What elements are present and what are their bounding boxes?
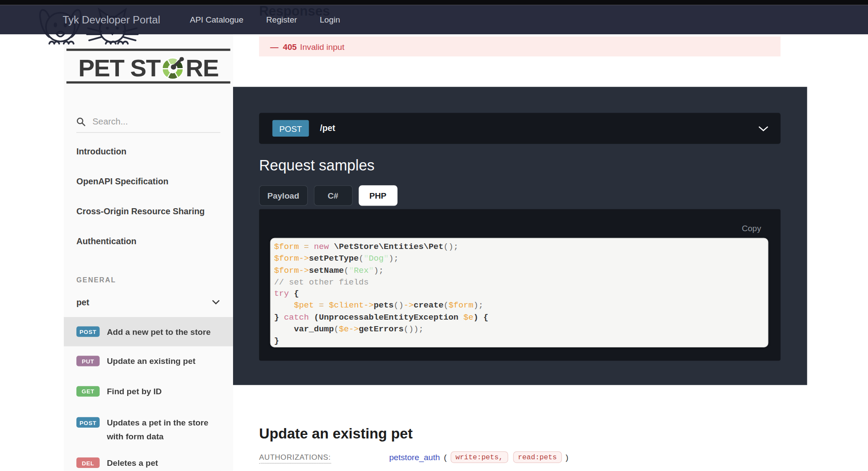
endpoint-label: Deletes a pet <box>107 456 158 470</box>
search-input[interactable] <box>91 116 204 128</box>
sidebar-endpoints: POSTAdd a new pet to the storePUTUpdate … <box>64 317 233 471</box>
tab-payload[interactable]: Payload <box>259 185 308 206</box>
tab-php[interactable]: PHP <box>358 185 397 206</box>
chevron-down-icon <box>758 126 768 132</box>
auth-scope-badge-write-pets: write:pets, <box>450 451 508 463</box>
code-line: $pet = $client->pets()->create($form); <box>274 300 768 312</box>
sidebar: PET ST RE <box>64 5 233 471</box>
endpoint-label: Updates a pet in the store with form dat… <box>107 415 224 443</box>
endpoint-label: Update an existing pet <box>107 354 195 368</box>
sample-tabs: PayloadC#PHP <box>259 185 397 206</box>
sidebar-item-authentication[interactable]: Authentication <box>64 226 233 256</box>
navbar: Tyk Developer Portal API CatalogueRegist… <box>0 5 868 34</box>
navbar-link-register[interactable]: Register <box>266 15 297 24</box>
search <box>76 111 220 133</box>
operation-title: Update an existing pet <box>259 425 413 443</box>
navbar-link-login[interactable]: Login <box>320 15 340 24</box>
endpoint-row-update-an-existing-pet[interactable]: PUTUpdate an existing pet <box>64 346 233 376</box>
endpoint-bar[interactable]: POST /pet <box>259 113 781 144</box>
auth-link[interactable]: petstore_auth <box>389 452 440 462</box>
endpoint-row-updates-a-pet-in-the-store-with-form-data[interactable]: POSTUpdates a pet in the store with form… <box>64 407 233 448</box>
tab-c[interactable]: C# <box>314 185 352 206</box>
code-line: // set other fields <box>274 277 768 288</box>
method-badge-get: GET <box>76 386 100 396</box>
page: Responses PET ST RE <box>0 0 868 471</box>
navbar-link-api-catalogue[interactable]: API Catalogue <box>190 15 243 24</box>
auth-scopes: write:pets,read:pets <box>450 451 562 463</box>
navbar-links: API CatalogueRegisterLogin <box>190 5 340 34</box>
content-panel: POST /pet Request samples PayloadC#PHP C… <box>233 87 807 385</box>
sidebar-nav: IntroductionOpenAPI SpecificationCross-O… <box>64 137 233 256</box>
endpoint-label: Add a new pet to the store <box>107 325 210 339</box>
method-badge-put: PUT <box>76 356 100 366</box>
sidebar-item-openapi-specification[interactable]: OpenAPI Specification <box>64 167 233 196</box>
paren-open: ( <box>444 452 447 462</box>
logo-line-bottom <box>66 82 230 84</box>
code-block: $form = new \PetStore\Entities\Pet();$fo… <box>270 238 768 347</box>
code-line: $form->setName("Rex"); <box>274 265 768 276</box>
error-response-banner: — 405 Invalid input <box>259 36 781 56</box>
search-icon <box>76 117 86 127</box>
chevron-down-icon <box>212 300 220 304</box>
code-area: Copy $form = new \PetStore\Entities\Pet(… <box>259 209 781 360</box>
window-top-strip <box>0 0 868 5</box>
sidebar-item-cross-origin-resource-sharing[interactable]: Cross-Origin Resource Sharing <box>64 196 233 226</box>
code-line: $form->setPetType("Dog"); <box>274 253 768 265</box>
code-line: $form = new \PetStore\Entities\Pet(); <box>274 241 768 253</box>
auth-scope-badge-read-pets: read:pets <box>513 451 562 463</box>
error-dash: — <box>270 42 278 51</box>
logo-text-left: PET ST <box>78 54 160 82</box>
error-code: 405 <box>283 42 297 51</box>
endpoint-label: Find pet by ID <box>107 384 161 398</box>
method-badge-del: DEL <box>76 458 100 468</box>
navbar-brand[interactable]: Tyk Developer Portal <box>62 5 160 34</box>
authorizations-row: AUTHORIZATIONS: petstore_auth ( write:pe… <box>259 451 807 466</box>
code-line: var_dump($e->getErrors()); <box>274 324 768 335</box>
petstore-logo: PET ST RE <box>64 54 233 82</box>
request-samples-title: Request samples <box>259 157 375 174</box>
sidebar-section-general: GENERAL <box>76 276 116 284</box>
authorizations-value: petstore_auth ( write:pets,read:pets ) <box>389 451 569 463</box>
method-badge-post: POST <box>76 417 100 428</box>
error-message: Invalid input <box>300 42 344 51</box>
endpoint-method-chip: POST <box>273 120 309 137</box>
code-line: } catch (UnprocessableEntityException $e… <box>274 312 768 324</box>
endpoint-row-add-a-new-pet-to-the-store[interactable]: POSTAdd a new pet to the store <box>64 317 233 347</box>
endpoint-row-deletes-a-pet[interactable]: DELDeletes a pet <box>64 448 233 471</box>
code-line: } <box>274 335 768 347</box>
sidebar-group-label: pet <box>76 298 89 307</box>
copy-button[interactable]: Copy <box>742 223 761 233</box>
method-badge-post: POST <box>76 327 100 337</box>
green-wheel-icon <box>161 57 185 80</box>
paren-close: ) <box>566 452 568 462</box>
sidebar-group-pet[interactable]: pet <box>64 294 233 311</box>
endpoint-path: /pet <box>320 123 335 133</box>
code-line: try { <box>274 288 768 300</box>
logo-text-right: RE <box>186 54 218 82</box>
sidebar-item-introduction[interactable]: Introduction <box>64 137 233 167</box>
authorizations-label: AUTHORIZATIONS: <box>259 453 331 464</box>
logo-line-top <box>66 49 230 51</box>
endpoint-row-find-pet-by-id[interactable]: GETFind pet by ID <box>64 376 233 406</box>
